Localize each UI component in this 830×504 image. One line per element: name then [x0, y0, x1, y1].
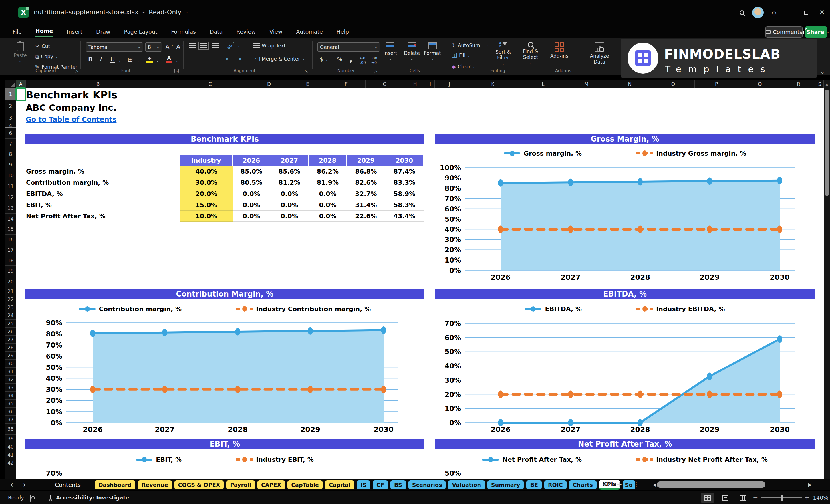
value-cell[interactable]: 86.2%: [309, 166, 347, 177]
row-header-42[interactable]: 42: [5, 459, 16, 467]
alignment-dialog-launcher[interactable]: ↘: [304, 69, 308, 73]
macro-record-icon[interactable]: [30, 495, 31, 502]
vertical-scroll-thumb[interactable]: [825, 90, 829, 196]
row-header-13[interactable]: 13: [5, 203, 16, 214]
row-header-31[interactable]: 31: [5, 368, 16, 376]
menu-tab-view[interactable]: View: [269, 28, 283, 36]
menu-tab-formulas[interactable]: Formulas: [170, 28, 196, 36]
chevron-down-icon[interactable]: ⌄: [156, 59, 159, 63]
value-cell[interactable]: 58.9%: [385, 188, 424, 199]
borders-button[interactable]: ⊞: [128, 56, 133, 63]
menu-tab-home[interactable]: Home: [35, 27, 54, 37]
value-cell[interactable]: 82.6%: [347, 177, 385, 188]
paste-button[interactable]: Paste ⌄: [14, 42, 27, 63]
sort-filter-button[interactable]: AZ Sort & Filter⌄: [491, 42, 515, 65]
row-header-30[interactable]: 30: [5, 359, 16, 368]
decrease-decimal-button[interactable]: .00→0: [371, 56, 377, 65]
sheet-tab-be[interactable]: BE: [526, 480, 541, 490]
restore-button[interactable]: [798, 6, 814, 20]
row-header-33[interactable]: 33: [5, 384, 16, 391]
column-header-R[interactable]: R: [781, 81, 816, 88]
premium-diamond-icon[interactable]: ◇: [766, 6, 782, 20]
scroll-left-icon[interactable]: ◀: [653, 482, 656, 487]
sheet-options-icon[interactable]: ⋮: [633, 480, 640, 488]
align-center-icon[interactable]: [200, 57, 207, 62]
readonly-badge[interactable]: Read-Only: [149, 8, 181, 16]
sheet-tab-payroll[interactable]: Payroll: [226, 480, 255, 490]
value-cell[interactable]: 0.0%: [309, 188, 347, 199]
column-header-J[interactable]: J: [435, 81, 465, 88]
align-top-icon[interactable]: [189, 43, 196, 48]
column-header-P[interactable]: P: [695, 81, 738, 88]
share-button[interactable]: Share ⌄: [805, 26, 827, 38]
column-header-D[interactable]: D: [250, 81, 289, 88]
row-header-34[interactable]: 34: [5, 391, 16, 400]
row-header-22[interactable]: 22: [5, 295, 16, 304]
row-header-37[interactable]: 37: [5, 416, 16, 423]
industry-cell[interactable]: 30.0%: [180, 177, 233, 188]
align-bottom-icon[interactable]: [212, 43, 219, 48]
menu-tab-review[interactable]: Review: [236, 28, 256, 36]
search-button[interactable]: [734, 6, 750, 20]
column-header-N[interactable]: N: [608, 81, 652, 88]
vertical-scrollbar[interactable]: ▲: [824, 81, 830, 479]
bold-button[interactable]: B: [88, 56, 93, 63]
column-header-O[interactable]: O: [652, 81, 695, 88]
row-header-2[interactable]: 2: [5, 100, 16, 112]
row-header-4[interactable]: 4: [5, 124, 16, 128]
row-header-23[interactable]: 23: [5, 304, 16, 312]
accounting-format-button[interactable]: $⌄: [320, 56, 328, 63]
clear-button[interactable]: ◆Clear⌄: [452, 63, 475, 69]
copy-button[interactable]: ⧉Copy⌄: [35, 53, 58, 60]
scroll-up-icon[interactable]: ▲: [824, 81, 830, 86]
scroll-right-icon[interactable]: ▶: [808, 482, 812, 487]
row-header-38[interactable]: 38: [5, 423, 16, 435]
row-header-16[interactable]: 16: [5, 234, 16, 245]
row-header-6[interactable]: 6: [5, 128, 16, 139]
column-header-F[interactable]: F: [327, 81, 365, 88]
sheet-tab-scenarios[interactable]: Scenarios: [408, 480, 446, 490]
row-header-12[interactable]: 12: [5, 192, 16, 203]
column-header-B[interactable]: B: [26, 81, 171, 88]
row-header-9[interactable]: 9: [5, 159, 16, 170]
column-header-M[interactable]: M: [565, 81, 608, 88]
percent-style-button[interactable]: %: [337, 56, 342, 63]
value-cell[interactable]: 58.3%: [385, 199, 424, 211]
decrease-indent-button[interactable]: ⇤: [226, 56, 230, 62]
sheet-tab-charts[interactable]: Charts: [569, 480, 597, 490]
industry-cell[interactable]: 20.0%: [180, 188, 233, 199]
value-cell[interactable]: 22.6%: [347, 211, 385, 222]
sheet-tab-revenue[interactable]: Revenue: [138, 480, 172, 490]
comma-style-button[interactable]: ,: [350, 55, 352, 63]
value-cell[interactable]: 43.4%: [385, 211, 424, 222]
row-header-35[interactable]: 35: [5, 400, 16, 408]
autosum-button[interactable]: ΣAutoSum⌄: [452, 42, 489, 49]
row-header-28[interactable]: 28: [5, 344, 16, 351]
align-right-icon[interactable]: [212, 57, 219, 62]
row-header-7[interactable]: 7: [5, 139, 16, 149]
chevron-down-icon[interactable]: ⌄: [137, 59, 139, 63]
row-header-15[interactable]: 15: [5, 224, 16, 234]
format-cells-button[interactable]: Format⌄: [424, 42, 441, 61]
menu-tab-help[interactable]: Help: [336, 28, 350, 36]
menu-tab-page-layout[interactable]: Page Layout: [124, 28, 158, 36]
italic-button[interactable]: I: [99, 56, 101, 63]
account-avatar[interactable]: [750, 6, 766, 20]
row-header-21[interactable]: 21: [5, 287, 16, 295]
close-button[interactable]: ✕: [814, 6, 830, 20]
row-header-40[interactable]: 40: [5, 443, 16, 451]
menu-tab-file[interactable]: File: [12, 28, 22, 36]
wrap-text-button[interactable]: Wrap Text: [253, 43, 286, 49]
row-header-20[interactable]: 20: [5, 276, 16, 287]
merge-center-button[interactable]: ↔Merge & Center⌄: [253, 56, 305, 62]
menu-tab-insert[interactable]: Insert: [66, 28, 83, 36]
menu-tab-data[interactable]: Data: [209, 28, 223, 36]
number-format-combo[interactable]: General⌄: [317, 42, 380, 52]
value-cell[interactable]: 0.0%: [270, 199, 309, 211]
industry-cell[interactable]: 15.0%: [180, 199, 233, 211]
row-header-26[interactable]: 26: [5, 327, 16, 336]
number-dialog-launcher[interactable]: ↘: [374, 69, 378, 73]
value-cell[interactable]: 0.0%: [270, 188, 309, 199]
fill-color-button[interactable]: ◆: [147, 56, 153, 63]
value-cell[interactable]: 32.7%: [347, 188, 385, 199]
